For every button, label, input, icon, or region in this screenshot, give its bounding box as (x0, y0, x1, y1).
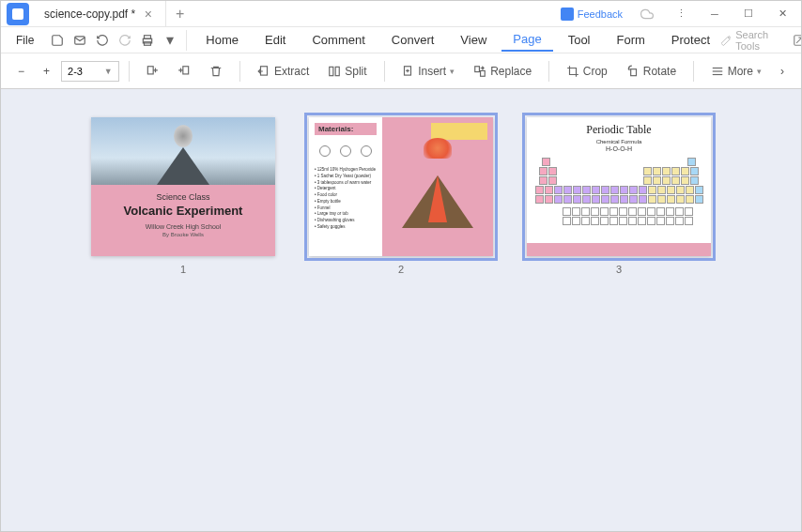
page3-formula: H-O-O-H (534, 145, 703, 152)
svg-rect-8 (330, 67, 333, 75)
tab-edit[interactable]: Edit (254, 29, 297, 51)
document-tab[interactable]: science-copy.pdf * × (35, 1, 166, 27)
insert-blank-right-icon[interactable] (170, 61, 198, 82)
tab-protect[interactable]: Protect (660, 29, 721, 51)
svg-rect-6 (183, 66, 189, 73)
page-thumbnail-3[interactable]: Periodic Table Chemical Formula H-O-O-H (527, 117, 711, 275)
page-canvas[interactable]: Science Class Volcanic Experiment Willow… (1, 89, 801, 531)
feedback-button[interactable]: Feedback (555, 6, 628, 23)
tab-page[interactable]: Page (501, 28, 552, 52)
svg-rect-5 (148, 66, 154, 73)
insert-blank-left-icon[interactable] (138, 61, 166, 82)
redo-icon[interactable] (115, 30, 135, 51)
mail-icon[interactable] (69, 30, 90, 51)
crop-icon (566, 65, 579, 78)
zoom-in-button[interactable]: + (36, 61, 57, 82)
zoom-out-button[interactable]: − (10, 61, 32, 82)
rotate-icon (626, 65, 640, 78)
extract-button[interactable]: Extract (250, 61, 316, 82)
periodic-table (534, 158, 703, 225)
undo-icon[interactable] (92, 30, 113, 51)
chevron-down-icon: ▼ (104, 67, 113, 76)
rotate-button[interactable]: Rotate (619, 61, 684, 82)
more-icon (711, 65, 724, 78)
maximize-button[interactable]: ☐ (733, 3, 763, 25)
titlebar: science-copy.pdf * × + Feedback ⋮ ─ ☐ ✕ (1, 1, 801, 27)
menubar: File ▾ Home Edit Comment Convert View Pa… (1, 27, 801, 53)
page1-title: Volcanic Experiment (99, 204, 268, 218)
page-number: 1 (180, 264, 186, 275)
share-icon[interactable] (791, 30, 802, 51)
search-tools[interactable]: Search Tools (721, 29, 783, 52)
tab-view[interactable]: View (449, 29, 498, 51)
menu-tabs: Home Edit Comment Convert View Page Tool… (194, 28, 721, 52)
page1-photo (91, 117, 275, 185)
qat-dropdown-icon[interactable]: ▾ (160, 30, 180, 51)
page-number: 3 (616, 264, 622, 275)
minimize-button[interactable]: ─ (700, 3, 730, 25)
materials-heading: Materials: (315, 123, 377, 135)
replace-button[interactable]: Replace (466, 61, 539, 82)
page-number: 2 (398, 264, 404, 275)
save-icon[interactable] (47, 30, 68, 51)
chevron-down-icon: ▾ (757, 67, 762, 76)
volcano-illustration (399, 145, 476, 229)
page-range-select[interactable]: 2-3 ▼ (61, 61, 119, 82)
magic-wand-icon (721, 34, 732, 47)
page-toolbar: − + 2-3 ▼ Extract Split Insert▾ Replace … (1, 53, 801, 89)
page-thumbnail-1[interactable]: Science Class Volcanic Experiment Willow… (91, 117, 275, 275)
materials-list: • 125ml 10% Hydrogen Peroxide • 1 Sachet… (315, 167, 377, 231)
tab-convert[interactable]: Convert (380, 29, 446, 51)
tab-form[interactable]: Form (606, 29, 656, 51)
replace-icon (473, 65, 486, 78)
split-icon (328, 65, 341, 78)
close-window-button[interactable]: ✕ (767, 3, 797, 25)
app-icon (7, 3, 29, 25)
chevron-down-icon: ▾ (450, 67, 455, 76)
kebab-icon[interactable]: ⋮ (666, 3, 696, 25)
delete-page-icon[interactable] (202, 61, 230, 82)
page1-school: Willow Creek High School (99, 223, 268, 230)
close-tab-icon[interactable]: × (141, 7, 156, 22)
page-thumbnail-2[interactable]: Materials: • 125ml 10% Hydrogen Peroxide… (309, 117, 493, 275)
print-icon[interactable] (137, 30, 158, 51)
scroll-right-icon[interactable]: › (773, 61, 792, 82)
page1-subtitle: Science Class (99, 192, 268, 202)
svg-rect-11 (475, 66, 480, 71)
new-tab-button[interactable]: + (166, 6, 193, 23)
file-menu[interactable]: File (8, 30, 41, 51)
svg-rect-9 (335, 67, 339, 75)
cloud-icon[interactable] (632, 3, 662, 25)
insert-button[interactable]: Insert▾ (393, 61, 462, 82)
more-button[interactable]: More▾ (703, 61, 769, 82)
tab-home[interactable]: Home (194, 29, 250, 51)
tab-tool[interactable]: Tool (557, 29, 602, 51)
page1-author: By Brooke Wells (99, 232, 268, 237)
molecule-diagram (315, 139, 377, 163)
insert-icon (401, 65, 414, 78)
svg-rect-13 (630, 68, 636, 75)
feedback-icon (561, 8, 574, 21)
extract-icon (257, 65, 270, 78)
crop-button[interactable]: Crop (559, 61, 615, 82)
split-button[interactable]: Split (320, 61, 374, 82)
page3-subtitle: Chemical Formula (534, 139, 703, 144)
page3-title: Periodic Table (534, 123, 703, 137)
tab-title: science-copy.pdf * (44, 8, 135, 21)
tab-comment[interactable]: Comment (301, 29, 376, 51)
svg-rect-4 (794, 35, 802, 45)
svg-rect-12 (481, 70, 486, 76)
